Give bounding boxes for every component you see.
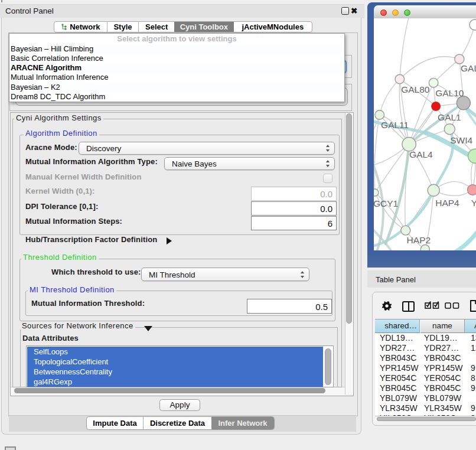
svg-text:SWI4: SWI4: [450, 135, 472, 145]
svg-text:HAP2: HAP2: [407, 235, 431, 245]
svg-text:GAL1: GAL1: [438, 112, 461, 122]
svg-text:GAL80: GAL80: [401, 84, 430, 94]
svg-text:GAL10: GAL10: [435, 88, 464, 98]
svg-text:GCY1: GCY1: [374, 198, 398, 208]
svg-text:HAP4: HAP4: [435, 198, 459, 208]
svg-text:GAL2: GAL2: [461, 63, 476, 73]
svg-text:GAL4: GAL4: [409, 149, 433, 159]
svg-text:YM: YM: [471, 198, 476, 208]
svg-text:GAL11: GAL11: [381, 120, 409, 130]
